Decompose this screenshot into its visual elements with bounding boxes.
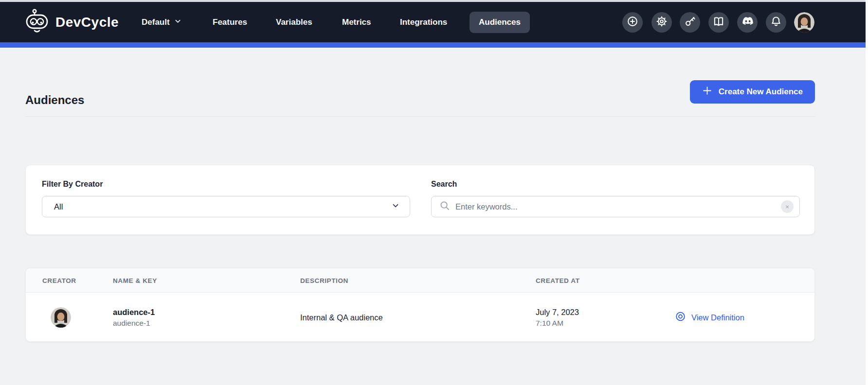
search-field: × — [431, 196, 800, 217]
creator-filter-select[interactable]: All — [42, 196, 410, 217]
eye-icon — [675, 311, 686, 324]
brand-wordmark: DevCycle — [55, 15, 119, 30]
discord-icon — [741, 15, 754, 30]
nav-item-integrations[interactable]: Integrations — [400, 18, 447, 27]
filter-by-creator-label: Filter By Creator — [42, 180, 103, 189]
notifications-button[interactable] — [766, 12, 786, 33]
create-button-label: Create New Audience — [719, 87, 803, 97]
column-header-name-key: NAME & KEY — [113, 277, 157, 284]
gear-icon — [655, 15, 668, 30]
table-header-row: CREATOR NAME & KEY DESCRIPTION CREATED A… — [26, 268, 814, 293]
discord-button[interactable] — [737, 12, 758, 33]
top-navbar: DevCycle Default Features Variables Metr… — [0, 2, 868, 42]
add-circle-button[interactable] — [622, 12, 643, 33]
audience-name-key-cell: audience-1 audience-1 — [113, 307, 155, 327]
audiences-table: CREATOR NAME & KEY DESCRIPTION CREATED A… — [25, 268, 815, 342]
title-divider — [25, 116, 815, 117]
created-at-cell: July 7, 2023 7:10 AM — [536, 307, 579, 327]
project-selector-label: Default — [142, 18, 170, 27]
audience-description: Internal & QA audience — [300, 313, 383, 322]
project-selector-dropdown[interactable]: Default — [142, 18, 181, 27]
column-header-description: DESCRIPTION — [300, 277, 348, 284]
bell-icon — [770, 15, 782, 30]
filters-card: Filter By Creator All Search × — [25, 165, 815, 235]
key-icon — [684, 15, 696, 30]
main-content: Audiences Create New Audience Filter By … — [0, 48, 868, 385]
audience-key: audience-1 — [113, 318, 155, 327]
search-icon — [439, 200, 450, 213]
chevron-down-icon — [391, 201, 400, 212]
togglebot-robot-icon — [25, 8, 49, 36]
chevron-down-icon — [174, 18, 181, 27]
api-keys-button[interactable] — [680, 12, 700, 33]
documentation-button[interactable] — [708, 12, 729, 33]
accent-top-bar — [0, 42, 868, 48]
clear-search-button[interactable]: × — [781, 200, 794, 213]
user-avatar[interactable] — [794, 12, 814, 33]
search-label: Search — [431, 180, 457, 189]
window-right-edge — [866, 0, 868, 385]
creator-avatar — [51, 307, 71, 328]
nav-item-audiences-active[interactable]: Audiences — [470, 12, 530, 33]
plus-circle-icon — [626, 15, 639, 30]
nav-item-features[interactable]: Features — [213, 18, 247, 27]
nav-item-metrics[interactable]: Metrics — [342, 18, 371, 27]
book-icon — [712, 15, 725, 30]
table-row[interactable]: audience-1 audience-1 Internal & QA audi… — [26, 293, 814, 342]
settings-button[interactable] — [651, 12, 672, 33]
view-definition-link[interactable]: View Definition — [675, 311, 744, 324]
page-title: Audiences — [25, 93, 84, 107]
column-header-created-at: CREATED AT — [536, 277, 580, 284]
devcycle-logo[interactable]: DevCycle — [25, 8, 119, 36]
created-date: July 7, 2023 — [536, 307, 579, 316]
creator-filter-value: All — [54, 202, 63, 211]
created-time: 7:10 AM — [536, 318, 579, 327]
create-new-audience-button[interactable]: Create New Audience — [690, 80, 815, 104]
nav-item-variables[interactable]: Variables — [276, 18, 312, 27]
audience-name: audience-1 — [113, 307, 155, 316]
view-definition-label: View Definition — [691, 313, 744, 322]
search-input[interactable] — [455, 202, 776, 211]
column-header-creator: CREATOR — [42, 277, 76, 284]
plus-icon — [702, 86, 712, 98]
